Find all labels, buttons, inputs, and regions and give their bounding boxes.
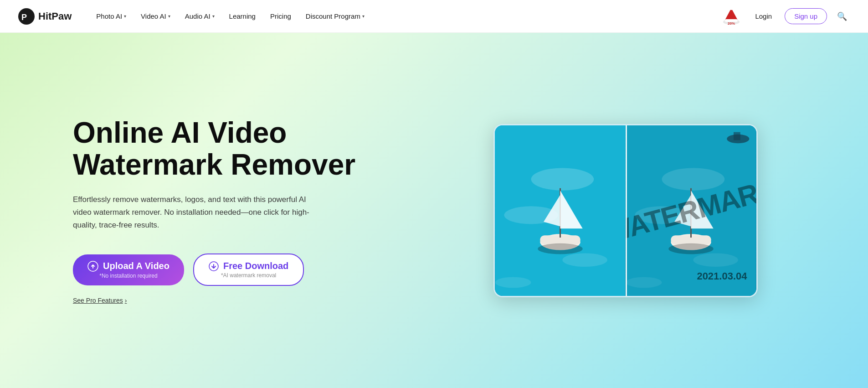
video-right-panel: WATERMARK 2021.03.04 xyxy=(626,125,756,296)
nav-item-photo-ai[interactable]: Photo AI ▾ xyxy=(90,9,133,24)
svg-point-4 xyxy=(729,6,733,10)
nav-links: Photo AI ▾ Video AI ▾ Audio AI ▾ Learnin… xyxy=(90,9,720,24)
hero-image: WATERMARK 2021.03.04 xyxy=(392,124,832,297)
chevron-down-icon: ▾ xyxy=(124,14,126,19)
login-button[interactable]: Login xyxy=(750,9,777,24)
hero-content: Online AI Video Watermark Remover Effort… xyxy=(73,117,392,305)
sailboat-svg xyxy=(495,125,626,296)
pro-features-link[interactable]: See Pro Features › xyxy=(73,297,392,304)
discount-christmas-icon: 20% xyxy=(720,5,742,27)
nav-item-audio-ai[interactable]: Audio AI ▾ xyxy=(179,9,221,24)
search-icon[interactable]: 🔍 xyxy=(834,9,850,24)
hero-buttons: Upload A Video *No installation required… xyxy=(73,253,392,286)
svg-point-23 xyxy=(626,277,662,288)
logo-text: HitPaw xyxy=(38,10,72,22)
svg-point-24 xyxy=(662,168,724,190)
svg-point-13 xyxy=(531,168,594,190)
upload-video-button[interactable]: Upload A Video *No installation required xyxy=(73,254,184,285)
chevron-down-icon: ▾ xyxy=(212,14,215,19)
svg-point-30 xyxy=(668,243,713,254)
free-download-button[interactable]: Free Download *AI watermark removal xyxy=(193,253,304,286)
nav-right: 20% Login Sign up 🔍 xyxy=(720,5,850,27)
hitpaw-logo-icon: P xyxy=(18,8,35,25)
video-preview: WATERMARK 2021.03.04 xyxy=(493,124,758,297)
chevron-down-icon: ▾ xyxy=(168,14,170,19)
svg-point-12 xyxy=(495,277,531,288)
svg-point-22 xyxy=(693,253,738,267)
signup-button[interactable]: Sign up xyxy=(785,8,827,24)
nav-item-discount[interactable]: Discount Program ▾ xyxy=(299,9,371,24)
upload-icon xyxy=(87,261,98,272)
hero-section: Online AI Video Watermark Remover Effort… xyxy=(0,33,868,388)
svg-point-11 xyxy=(562,253,607,267)
svg-text:20%: 20% xyxy=(728,21,735,26)
video-left-panel xyxy=(495,125,626,296)
download-icon xyxy=(209,261,219,271)
logo-link[interactable]: P HitPaw xyxy=(18,8,72,25)
svg-point-19 xyxy=(538,243,582,254)
nav-item-learning[interactable]: Learning xyxy=(223,9,262,24)
nav-item-pricing[interactable]: Pricing xyxy=(264,9,298,24)
svg-text:P: P xyxy=(21,13,27,22)
navbar: P HitPaw Photo AI ▾ Video AI ▾ Audio AI … xyxy=(0,0,868,33)
nav-item-video-ai[interactable]: Video AI ▾ xyxy=(134,9,177,24)
chevron-down-icon: ▾ xyxy=(362,14,365,19)
hero-description: Effortlessly remove watermarks, logos, a… xyxy=(73,193,310,232)
hero-title: Online AI Video Watermark Remover xyxy=(73,117,392,181)
date-watermark-text: 2021.03.04 xyxy=(697,270,747,282)
video-divider xyxy=(626,125,627,296)
svg-rect-32 xyxy=(734,132,740,140)
